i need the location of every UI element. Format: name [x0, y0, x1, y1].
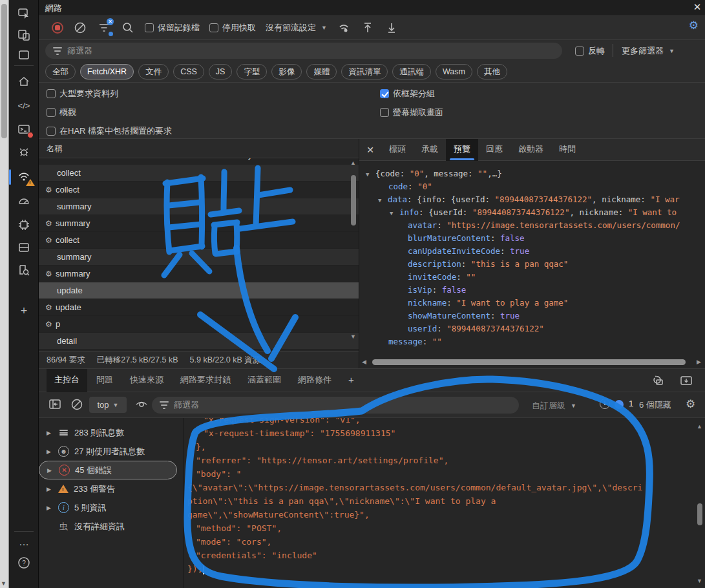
import-har-icon[interactable] [361, 21, 375, 35]
chip-socket[interactable]: 通訊端 [392, 64, 431, 79]
console-line[interactable]: "mode": "cors", [185, 535, 705, 549]
tab-preview[interactable]: 預覽 [446, 139, 478, 161]
request-row[interactable]: summary [39, 249, 359, 266]
scroll-up-icon[interactable]: ▲ [350, 160, 356, 166]
network-icon[interactable] [17, 169, 31, 184]
preview-horizontal-scrollbar[interactable]: ◀ ▶ [359, 358, 705, 366]
expander-icon[interactable]: ▼ [366, 168, 375, 181]
checkbox[interactable] [145, 23, 154, 32]
export-har-icon[interactable] [384, 21, 399, 35]
tab-console[interactable]: 主控台 [47, 369, 87, 392]
group-by-frame-checkbox[interactable]: 依框架分組 [380, 88, 435, 100]
expander-icon[interactable]: ▼ [378, 194, 388, 207]
record-icon[interactable] [52, 22, 63, 34]
hidden-messages-count[interactable]: 6 個隱藏 [639, 399, 671, 411]
clipped-request-row[interactable]: summary [39, 158, 359, 165]
chip-img[interactable]: 影像 [271, 64, 302, 79]
console-panel-icon[interactable] [17, 122, 31, 136]
add-tools-icon[interactable]: + [17, 304, 31, 318]
sidebar-item-warnings[interactable]: ▶!233 個警告 [39, 479, 184, 498]
console-line[interactable]: "x-request-sign-version": "v1", [185, 418, 705, 426]
scroll-right-icon[interactable]: ▶ [697, 359, 701, 365]
scrollbar-thumb[interactable] [697, 503, 702, 525]
page-scrollbar[interactable]: ▼ [0, 0, 9, 588]
filter-funnel-icon[interactable]: ✕ [97, 21, 111, 35]
disable-cache-checkbox[interactable]: 停用快取 [209, 22, 256, 34]
page-scrollbar-thumb[interactable] [1, 4, 7, 138]
checkbox[interactable] [380, 108, 389, 117]
more-filters-dropdown[interactable]: 更多篩選器▼ [622, 45, 675, 57]
clear-console-icon[interactable] [70, 397, 84, 412]
sidebar-item-info[interactable]: ▶i5 則資訊 [39, 498, 184, 517]
console-line[interactable]: }); [185, 562, 705, 576]
request-row-selected[interactable]: update [39, 282, 359, 299]
home-icon[interactable] [17, 74, 31, 89]
scroll-down-icon[interactable]: ▼ [1, 580, 6, 587]
window-icon[interactable] [17, 48, 31, 62]
checkbox[interactable] [47, 108, 56, 117]
settings-gear-icon[interactable]: ⚙ [689, 19, 699, 32]
tab-quick-source[interactable]: 快速來源 [122, 369, 171, 392]
request-row[interactable]: ⚙summary [39, 266, 359, 282]
chip-other[interactable]: 其他 [477, 64, 507, 79]
console-line[interactable]: {\"avatar\":\"https://image.tensorartass… [185, 481, 705, 494]
overview-checkbox[interactable]: 概觀 [47, 107, 76, 118]
restore-dock-icon[interactable] [649, 373, 665, 388]
chip-wasm[interactable]: Wasm [436, 64, 472, 79]
search-icon[interactable] [121, 21, 135, 35]
console-line[interactable]: "referrer": "https://tensor.art/settings… [185, 454, 705, 467]
console-line[interactable]: "x-request-timestamp": "1755698911315" [185, 426, 705, 440]
chip-fetch-xhr[interactable]: Fetch/XHR [80, 64, 134, 79]
checkbox[interactable] [47, 127, 56, 136]
request-row[interactable]: ⚙summary [39, 215, 359, 232]
console-settings-gear-icon[interactable]: ⚙ [686, 397, 695, 411]
device-emulation-icon[interactable] [17, 28, 31, 42]
expander-icon[interactable]: ▼ [390, 207, 399, 220]
json-line[interactable]: ▼info: {userId: "899440873744376122", ni… [359, 206, 705, 219]
issues-count-icon[interactable] [615, 400, 624, 409]
invert-filter-checkbox[interactable]: 反轉 [575, 45, 605, 57]
big-request-rows-checkbox[interactable]: 大型要求資料列 [47, 88, 118, 100]
expander-icon[interactable]: ▶ [47, 486, 53, 492]
json-line[interactable]: ▼{code: "0", message: "",…} [359, 167, 705, 180]
console-line[interactable]: "method": "POST", [185, 521, 705, 535]
memory-chip-icon[interactable] [17, 218, 31, 232]
close-detail-icon[interactable]: ✕ [359, 145, 381, 155]
collapse-drawer-icon[interactable] [679, 373, 694, 388]
sidebar-item-errors[interactable]: ▶✕45 個錯誤 [39, 461, 177, 479]
chip-manifest[interactable]: 資訊清單 [341, 64, 388, 79]
console-line[interactable]: game\",\"showMatureContent\":true}", [185, 508, 705, 521]
request-row[interactable]: ⚙collect [39, 182, 359, 198]
name-column-header[interactable]: 名稱 [39, 139, 359, 158]
application-storage-icon[interactable] [17, 240, 31, 255]
request-row[interactable]: ⚙update [39, 299, 359, 316]
scrollbar-thumb[interactable] [372, 359, 686, 365]
chip-doc[interactable]: 文件 [138, 64, 169, 79]
help-icon[interactable]: ? [17, 556, 31, 570]
console-line[interactable]: "body": " [185, 467, 705, 481]
console-scrollbar[interactable]: ▲ ▼ [696, 421, 704, 585]
issue-count[interactable]: 1 [629, 399, 633, 408]
sidebar-item-all-messages[interactable]: ▶283 則訊息數 [39, 423, 184, 442]
add-drawer-tab-icon[interactable]: + [341, 369, 362, 392]
close-devtools-icon[interactable]: ✕ [690, 1, 704, 13]
network-conditions-icon[interactable] [337, 21, 351, 35]
chip-css[interactable]: CSS [173, 64, 204, 79]
scroll-down-icon[interactable]: ▼ [697, 578, 702, 584]
chip-font[interactable]: 字型 [237, 64, 267, 79]
scroll-up-icon[interactable]: ▲ [697, 423, 702, 430]
network-filter-input[interactable]: 篩選器 [45, 43, 562, 59]
checkbox[interactable] [209, 23, 218, 32]
scrollbar-thumb[interactable] [351, 175, 356, 226]
har-blocked-checkbox[interactable]: 在HAR 檔案中包括擱置的要求 [47, 125, 172, 137]
live-expression-eye-icon[interactable] [134, 397, 149, 412]
issue-icon[interactable] [600, 399, 610, 409]
checkbox[interactable] [47, 89, 56, 98]
request-row[interactable]: ⚙collect [39, 232, 359, 249]
expander-icon[interactable]: ▶ [47, 505, 53, 511]
tab-network-conditions[interactable]: 網路條件 [290, 369, 339, 392]
console-line[interactable]: }, [185, 440, 705, 454]
expander-icon[interactable]: ▶ [47, 467, 54, 474]
screenshots-checkbox[interactable]: 螢幕擷取畫面 [380, 107, 443, 118]
expander-icon[interactable]: ▶ [47, 430, 53, 436]
